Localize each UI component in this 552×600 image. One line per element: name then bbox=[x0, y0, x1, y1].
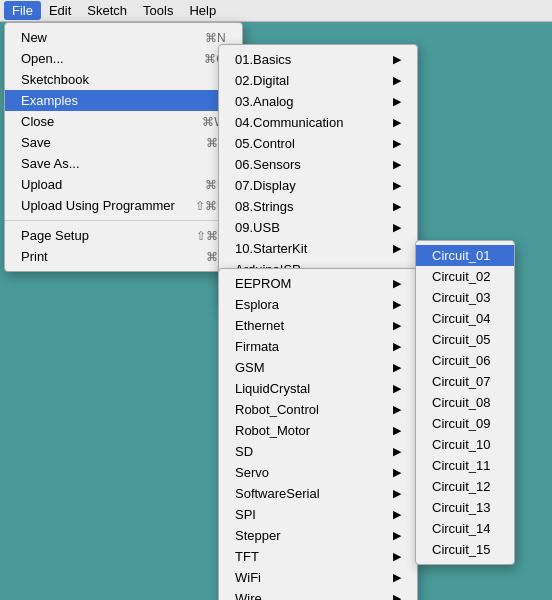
examples-item-01-basics[interactable]: 01.Basics▶ bbox=[219, 49, 417, 70]
sik-item-circuit-05[interactable]: Circuit_05 bbox=[416, 329, 514, 350]
sik-item-circuit-07[interactable]: Circuit_07 bbox=[416, 371, 514, 392]
menu-item-label: SoftwareSerial bbox=[235, 486, 320, 501]
submenu-arrow-icon: ▶ bbox=[393, 340, 401, 353]
submenu-arrow-icon: ▶ bbox=[393, 242, 401, 255]
submenu-arrow-icon: ▶ bbox=[393, 95, 401, 108]
examples-item-08-strings[interactable]: 08.Strings▶ bbox=[219, 196, 417, 217]
menubar-item-file[interactable]: File bbox=[4, 1, 41, 20]
sik-item-circuit-09[interactable]: Circuit_09 bbox=[416, 413, 514, 434]
menu-item-label: Firmata bbox=[235, 339, 279, 354]
sik-item-circuit-03[interactable]: Circuit_03 bbox=[416, 287, 514, 308]
lib-item-robot-motor[interactable]: Robot_Motor▶ bbox=[219, 420, 417, 441]
examples-item-10-starterkit[interactable]: 10.StarterKit▶ bbox=[219, 238, 417, 259]
examples-item-06-sensors[interactable]: 06.Sensors▶ bbox=[219, 154, 417, 175]
menu-item-label: Upload bbox=[21, 177, 62, 192]
submenu-arrow-icon: ▶ bbox=[393, 487, 401, 500]
file-menu-item-new[interactable]: New⌘N bbox=[5, 27, 242, 48]
submenu-arrow-icon: ▶ bbox=[393, 221, 401, 234]
lib-item-spi[interactable]: SPI▶ bbox=[219, 504, 417, 525]
menu-item-label: 02.Digital bbox=[235, 73, 289, 88]
file-menu-item-upload[interactable]: Upload⌘U bbox=[5, 174, 242, 195]
lib-item-esplora[interactable]: Esplora▶ bbox=[219, 294, 417, 315]
menu-item-label: Stepper bbox=[235, 528, 281, 543]
sik-item-circuit-12[interactable]: Circuit_12 bbox=[416, 476, 514, 497]
sik-item-circuit-06[interactable]: Circuit_06 bbox=[416, 350, 514, 371]
menu-item-label: 06.Sensors bbox=[235, 157, 301, 172]
lib-item-gsm[interactable]: GSM▶ bbox=[219, 357, 417, 378]
submenu-arrow-icon: ▶ bbox=[393, 137, 401, 150]
file-menu-item-save[interactable]: Save⌘S bbox=[5, 132, 242, 153]
file-menu-item-open---[interactable]: Open...⌘O bbox=[5, 48, 242, 69]
lib-item-wire[interactable]: Wire▶ bbox=[219, 588, 417, 600]
menubar-item-tools[interactable]: Tools bbox=[135, 1, 181, 20]
menu-item-label: New bbox=[21, 30, 47, 45]
lib-item-ethernet[interactable]: Ethernet▶ bbox=[219, 315, 417, 336]
sik-item-circuit-10[interactable]: Circuit_10 bbox=[416, 434, 514, 455]
submenu-arrow-icon: ▶ bbox=[393, 319, 401, 332]
menubar-item-edit[interactable]: Edit bbox=[41, 1, 79, 20]
menu-item-label: TFT bbox=[235, 549, 259, 564]
submenu-arrow-icon: ▶ bbox=[393, 592, 401, 600]
sik-submenu: Circuit_01Circuit_02Circuit_03Circuit_04… bbox=[415, 240, 515, 565]
menu-item-label: WiFi bbox=[235, 570, 261, 585]
examples-item-05-control[interactable]: 05.Control▶ bbox=[219, 133, 417, 154]
submenu-arrow-icon: ▶ bbox=[393, 116, 401, 129]
examples-item-03-analog[interactable]: 03.Analog▶ bbox=[219, 91, 417, 112]
sik-item-circuit-08[interactable]: Circuit_08 bbox=[416, 392, 514, 413]
file-menu-item-upload-using-programmer[interactable]: Upload Using Programmer⇧⌘U bbox=[5, 195, 242, 216]
libs-submenu: EEPROM▶Esplora▶Ethernet▶Firmata▶GSM▶Liqu… bbox=[218, 268, 418, 600]
menu-item-label: EEPROM bbox=[235, 276, 291, 291]
menubar-item-help[interactable]: Help bbox=[181, 1, 224, 20]
lib-item-robot-control[interactable]: Robot_Control▶ bbox=[219, 399, 417, 420]
file-menu-item-examples[interactable]: Examples▶ bbox=[5, 90, 242, 111]
submenu-arrow-icon: ▶ bbox=[393, 445, 401, 458]
sik-item-circuit-15[interactable]: Circuit_15 bbox=[416, 539, 514, 560]
menu-item-label: SD bbox=[235, 444, 253, 459]
sik-item-circuit-04[interactable]: Circuit_04 bbox=[416, 308, 514, 329]
menu-item-shortcut: ⌘N bbox=[205, 31, 226, 45]
sik-item-circuit-11[interactable]: Circuit_11 bbox=[416, 455, 514, 476]
file-menu-item-page-setup[interactable]: Page Setup⇧⌘P bbox=[5, 225, 242, 246]
menu-item-label: Circuit_01 bbox=[432, 248, 491, 263]
sik-item-circuit-01[interactable]: Circuit_01 bbox=[416, 245, 514, 266]
menu-item-label: Circuit_04 bbox=[432, 311, 491, 326]
menu-item-label: SPI bbox=[235, 507, 256, 522]
submenu-arrow-icon: ▶ bbox=[393, 53, 401, 66]
sik-item-circuit-13[interactable]: Circuit_13 bbox=[416, 497, 514, 518]
submenu-arrow-icon: ▶ bbox=[393, 529, 401, 542]
lib-item-tft[interactable]: TFT▶ bbox=[219, 546, 417, 567]
lib-item-firmata[interactable]: Firmata▶ bbox=[219, 336, 417, 357]
sik-item-circuit-02[interactable]: Circuit_02 bbox=[416, 266, 514, 287]
file-menu-item-close[interactable]: Close⌘W bbox=[5, 111, 242, 132]
lib-item-eeprom[interactable]: EEPROM▶ bbox=[219, 273, 417, 294]
examples-item-02-digital[interactable]: 02.Digital▶ bbox=[219, 70, 417, 91]
menu-item-label: Circuit_02 bbox=[432, 269, 491, 284]
menu-item-label: Circuit_10 bbox=[432, 437, 491, 452]
file-menu-item-sketchbook[interactable]: Sketchbook▶ bbox=[5, 69, 242, 90]
menu-item-label: Robot_Control bbox=[235, 402, 319, 417]
sik-item-circuit-14[interactable]: Circuit_14 bbox=[416, 518, 514, 539]
lib-item-softwareserial[interactable]: SoftwareSerial▶ bbox=[219, 483, 417, 504]
examples-item-07-display[interactable]: 07.Display▶ bbox=[219, 175, 417, 196]
menu-item-label: Examples bbox=[21, 93, 78, 108]
examples-submenu: 01.Basics▶02.Digital▶03.Analog▶04.Commun… bbox=[218, 44, 418, 306]
submenu-arrow-icon: ▶ bbox=[393, 200, 401, 213]
lib-item-servo[interactable]: Servo▶ bbox=[219, 462, 417, 483]
lib-item-sd[interactable]: SD▶ bbox=[219, 441, 417, 462]
submenu-arrow-icon: ▶ bbox=[393, 424, 401, 437]
examples-item-04-communication[interactable]: 04.Communication▶ bbox=[219, 112, 417, 133]
examples-item-09-usb[interactable]: 09.USB▶ bbox=[219, 217, 417, 238]
menu-item-label: Circuit_11 bbox=[432, 458, 491, 473]
submenu-arrow-icon: ▶ bbox=[393, 179, 401, 192]
menubar-item-sketch[interactable]: Sketch bbox=[79, 1, 135, 20]
menu-item-label: 05.Control bbox=[235, 136, 295, 151]
file-menu-item-print[interactable]: Print⌘P bbox=[5, 246, 242, 267]
lib-item-stepper[interactable]: Stepper▶ bbox=[219, 525, 417, 546]
menu-item-label: 10.StarterKit bbox=[235, 241, 307, 256]
menu-bar: FileEditSketchToolsHelp bbox=[0, 0, 552, 22]
submenu-arrow-icon: ▶ bbox=[393, 571, 401, 584]
file-menu-item-save-as---[interactable]: Save As... bbox=[5, 153, 242, 174]
lib-item-wifi[interactable]: WiFi▶ bbox=[219, 567, 417, 588]
menu-item-label: Open... bbox=[21, 51, 64, 66]
lib-item-liquidcrystal[interactable]: LiquidCrystal▶ bbox=[219, 378, 417, 399]
